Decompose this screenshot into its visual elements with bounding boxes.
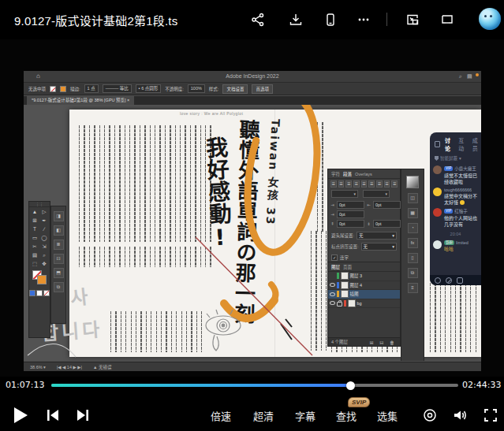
- layer-row[interactable]: 图层 3: [328, 272, 400, 281]
- subtitle-button[interactable]: 字幕: [295, 408, 315, 423]
- visibility-toggle[interactable]: [330, 292, 335, 296]
- progress-bar[interactable]: [51, 384, 458, 387]
- right-indent-field[interactable]: 0pt: [373, 201, 401, 209]
- chat-username[interactable]: tough6666666: [444, 188, 472, 192]
- pages-panel-icon[interactable]: ▯: [408, 253, 418, 263]
- chat-username[interactable]: 小鹿大魔王: [454, 165, 476, 172]
- episodes-button[interactable]: 选集: [377, 408, 398, 423]
- chat-tab-members[interactable]: 成员: [472, 136, 481, 152]
- space-before-field[interactable]: 0pt: [337, 220, 364, 228]
- left-indent-field[interactable]: 0pt: [337, 201, 364, 209]
- lock-icon[interactable]: [337, 302, 342, 307]
- arrange-docs-icon[interactable]: ▤: [467, 73, 472, 80]
- white-swatch[interactable]: [36, 290, 43, 296]
- download-icon[interactable]: [287, 11, 304, 28]
- panel-icon[interactable]: ◨: [54, 211, 64, 221]
- fullscreen-icon[interactable]: [483, 408, 498, 425]
- chat-username[interactable]: limited: [456, 240, 469, 245]
- free-transform-tool-icon[interactable]: ⇲: [39, 242, 49, 251]
- corner-style-dropdown[interactable]: ▪ 6 点圆形: [136, 84, 162, 93]
- swatches-panel-icon[interactable]: ▦: [408, 208, 418, 218]
- panel-icon[interactable]: ⧉: [54, 282, 64, 292]
- preflight-status[interactable]: ▲ 无错误: [93, 364, 111, 370]
- indesign-canvas[interactable]: love story : We are All Polyglot 聽懂外語單詞の…: [24, 105, 481, 361]
- alignment-buttons[interactable]: ☰ ☰ ☰ ☰ ☰ ☰ ☰ ☰ ☰: [328, 179, 400, 189]
- space-after-field[interactable]: 0pt: [373, 220, 401, 228]
- justify-left-button[interactable]: ☰: [353, 180, 360, 188]
- progress-knob[interactable]: [346, 381, 355, 390]
- emoji-icon[interactable]: [435, 277, 441, 284]
- direct-selection-tool-icon[interactable]: ▷: [39, 207, 49, 216]
- tool-icons-grid[interactable]: ▲ ▷ ⊞ ✒ T ∕ ▭ ◯ ✂ ⇲ ▤ ⌕ ⬚ ✥: [29, 207, 50, 268]
- tab-overlays[interactable]: Overlays: [355, 172, 372, 176]
- hand-tool-icon[interactable]: ✥: [39, 259, 49, 268]
- pin-icon[interactable]: [435, 141, 440, 147]
- document-setup-button[interactable]: 文档设置: [222, 84, 248, 94]
- search-button[interactable]: 查找: [336, 408, 357, 423]
- grid-combo-1[interactable]: ▾: [331, 190, 358, 198]
- play-button[interactable]: [12, 406, 29, 428]
- panel-icon[interactable]: ◧: [54, 225, 64, 236]
- align-center-button[interactable]: ☰: [338, 180, 345, 188]
- gradient-swatch-icon[interactable]: [406, 176, 419, 188]
- visibility-toggle[interactable]: [330, 301, 335, 305]
- line-tool-icon[interactable]: ∕: [39, 225, 49, 233]
- opacity-field[interactable]: 100%: [188, 84, 205, 93]
- video-frame[interactable]: ⌂ Adobe InDesign 2022 ⌕ ▤ 无选中项 描边: 1 点 —…: [0, 39, 504, 377]
- grid-combo-row[interactable]: ▾ ▾: [328, 189, 400, 199]
- justify-center-button[interactable]: ☰: [361, 180, 368, 188]
- document-tab[interactable]: *9.0127-版式设计基础2第1段 @ 38% [GPU 预览] ×: [27, 96, 134, 105]
- speed-button[interactable]: 倍速: [211, 408, 231, 423]
- pip-icon[interactable]: [404, 11, 421, 28]
- tab-pages[interactable]: 页面: [343, 264, 352, 270]
- align-left-button[interactable]: ☰: [330, 180, 337, 188]
- tools-panel[interactable]: ⋮⋮ ▲ ▷ ⊞ ✒ T ∕ ▭ ◯ ✂ ⇲ ▤ ⌕ ⬚: [28, 201, 50, 338]
- type-tool-icon[interactable]: T: [30, 225, 39, 233]
- justify-right-button[interactable]: ☰: [368, 180, 375, 188]
- page-navigator[interactable]: |◀ ◀ 14 ▶ ▶|: [57, 365, 82, 370]
- panel-grip[interactable]: ⋮⋮: [29, 202, 50, 207]
- layers-footer-icons[interactable]: ⊞ ⊟ 🗑: [370, 340, 397, 345]
- zoom-level[interactable]: 38.6% ▾: [30, 365, 46, 370]
- quality-button[interactable]: 超清: [253, 408, 274, 423]
- stroke-weight-field[interactable]: 1 点: [84, 84, 99, 93]
- tab-character[interactable]: 字符: [331, 171, 340, 177]
- avatar[interactable]: [433, 165, 442, 174]
- ellipse-tool-icon[interactable]: ◯: [39, 233, 49, 242]
- avatar[interactable]: [433, 188, 442, 196]
- align-towards-spine-button[interactable]: ☰: [384, 180, 390, 188]
- preferences-button[interactable]: 首选项: [252, 84, 273, 94]
- first-line-indent-field[interactable]: 0pt: [337, 210, 364, 218]
- more-icon[interactable]: [355, 11, 372, 28]
- next-button[interactable]: [76, 408, 90, 425]
- mute-icon[interactable]: [446, 277, 452, 284]
- justify-all-button[interactable]: ☰: [376, 180, 383, 188]
- grid-combo-2[interactable]: ▾: [363, 190, 390, 198]
- layer-row-selected[interactable]: 插图: [328, 290, 400, 299]
- gradient-tool-icon[interactable]: ▤: [30, 251, 39, 259]
- none-swatch[interactable]: [43, 290, 50, 296]
- page-tool-icon[interactable]: ⊞: [30, 216, 39, 225]
- chat-tab-interact[interactable]: 互动: [458, 136, 467, 152]
- disc-icon[interactable]: [423, 408, 437, 425]
- panel-icon[interactable]: ⬒: [54, 268, 64, 278]
- hyphenate-checkbox[interactable]: ✓: [331, 255, 338, 261]
- scissors-tool-icon[interactable]: ✂: [30, 242, 39, 251]
- share-icon[interactable]: [249, 11, 267, 28]
- tv-cast-icon[interactable]: [439, 11, 456, 28]
- avatar[interactable]: [433, 240, 442, 249]
- layer-row[interactable]: bg: [328, 299, 400, 309]
- panel-icon[interactable]: ⊡: [54, 254, 64, 264]
- tab-layers[interactable]: 图层: [331, 264, 340, 270]
- visibility-toggle[interactable]: [330, 274, 335, 278]
- fill-stroke-proxy[interactable]: [29, 268, 50, 288]
- chat-username[interactable]: 红柚子: [454, 208, 468, 214]
- frame-tool-icon[interactable]: ▭: [30, 233, 39, 242]
- user-avatar[interactable]: [479, 8, 501, 30]
- prev-button[interactable]: [46, 408, 60, 425]
- align-away-spine-button[interactable]: ☰: [391, 180, 398, 188]
- paragraph-panel-tabs[interactable]: 字符 段落 Overlays: [328, 169, 400, 179]
- right-dock-strip[interactable]: ◫ ▦ ◔ fx ▯ ⧉ ≡: [401, 169, 424, 361]
- search-icon[interactable]: ⌕: [459, 73, 462, 80]
- kinsoku-dropdown[interactable]: 无▾: [357, 232, 397, 240]
